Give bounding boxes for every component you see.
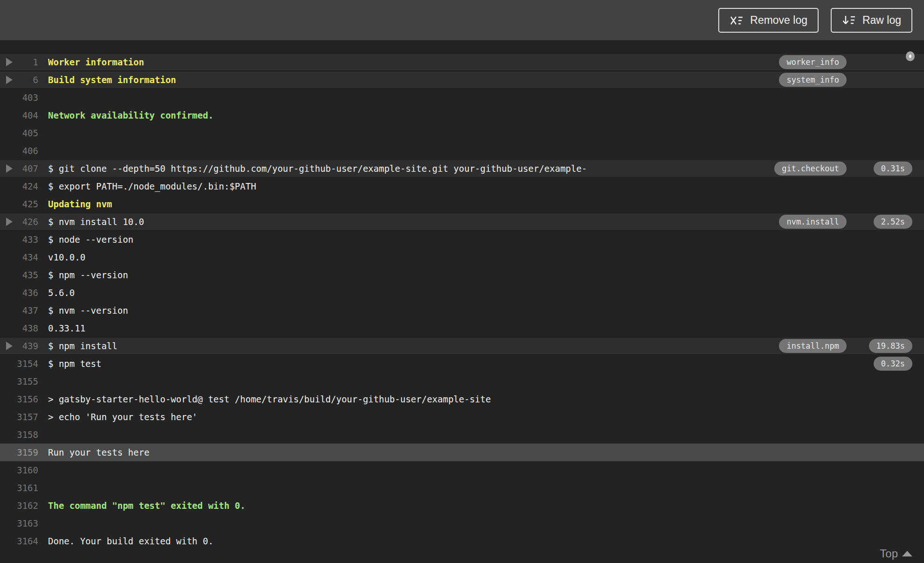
log-text: 0.33.11: [48, 323, 85, 333]
log-row: 3163: [0, 514, 924, 532]
line-number[interactable]: 3162: [0, 497, 38, 514]
log-text: $ node --version: [48, 234, 133, 245]
log-row: 3162The command "npm test" exited with 0…: [0, 497, 924, 514]
log-text: $ nvm --version: [48, 305, 128, 316]
log-row[interactable]: 407$ git clone --depth=50 https://github…: [0, 160, 924, 177]
duration-badge: 19.83s: [869, 339, 912, 353]
log-text: $ export PATH=./node_modules/.bin:$PATH: [48, 181, 256, 191]
remove-log-label: Remove log: [750, 14, 807, 27]
line-number[interactable]: 424: [0, 177, 38, 195]
log-toolbar: Remove log Raw log: [0, 0, 924, 40]
line-number[interactable]: 433: [0, 231, 38, 248]
line-number[interactable]: 3154: [0, 355, 38, 373]
log-row: 3157> echo 'Run your tests here': [0, 408, 924, 426]
line-number[interactable]: 404: [0, 106, 38, 124]
log-row: 3160: [0, 461, 924, 479]
log-text: $ npm test: [48, 359, 101, 369]
stage-badge: install.npm: [779, 339, 847, 353]
duration-badge: 0.32s: [874, 357, 912, 371]
line-number[interactable]: 3158: [0, 426, 38, 443]
log-row: 433$ node --version: [0, 231, 924, 248]
log-row[interactable]: 426$ nvm install 10.0nvm.install2.52s: [0, 213, 924, 231]
log-row: 403: [0, 89, 924, 106]
raw-log-icon: [842, 15, 856, 26]
log-row: 425Updating nvm: [0, 195, 924, 213]
top-link[interactable]: Top: [880, 547, 912, 560]
log-text: Done. Your build exited with 0.: [48, 536, 214, 546]
line-number[interactable]: 438: [0, 319, 38, 337]
line-number[interactable]: 403: [0, 89, 38, 106]
raw-log-label: Raw log: [862, 14, 901, 27]
log-row: 3158: [0, 426, 924, 443]
log-row: 4365.6.0: [0, 284, 924, 302]
log-row: 3154$ npm test0.32s: [0, 355, 924, 373]
log-row: 404Network availability confirmed.: [0, 106, 924, 124]
log-text: Build system information: [48, 75, 176, 85]
log-row: 3155: [0, 373, 924, 390]
line-number[interactable]: 437: [0, 302, 38, 319]
duration-badge: 0.31s: [874, 162, 912, 176]
line-number[interactable]: 3156: [0, 390, 38, 408]
log-lines: 1Worker informationworker_info6Build sys…: [0, 53, 924, 550]
line-number[interactable]: 3160: [0, 461, 38, 479]
line-number[interactable]: 3155: [0, 373, 38, 390]
line-number[interactable]: 436: [0, 284, 38, 302]
log-row: 434v10.0.0: [0, 248, 924, 266]
line-number[interactable]: 425: [0, 195, 38, 213]
line-number[interactable]: 3159: [0, 443, 38, 461]
log-row: 4380.33.11: [0, 319, 924, 337]
log-row: 424$ export PATH=./node_modules/.bin:$PA…: [0, 177, 924, 195]
line-number[interactable]: 434: [0, 248, 38, 266]
line-number[interactable]: 406: [0, 142, 38, 160]
log-text: $ npm --version: [48, 270, 128, 280]
remove-log-button[interactable]: Remove log: [718, 8, 819, 33]
log-text: $ nvm install 10.0: [48, 217, 144, 227]
stage-badge: git.checkout: [774, 162, 847, 176]
remove-log-icon: [729, 15, 743, 26]
stage-badge: system_info: [779, 73, 847, 87]
line-number[interactable]: 3157: [0, 408, 38, 426]
line-number[interactable]: 3163: [0, 514, 38, 532]
raw-log-button[interactable]: Raw log: [831, 8, 912, 33]
log-row[interactable]: 6Build system informationsystem_info: [0, 71, 924, 89]
log-row: 437$ nvm --version: [0, 302, 924, 319]
stage-badge: worker_info: [779, 55, 847, 69]
fold-toggle-icon[interactable]: [6, 218, 13, 226]
top-link-label: Top: [880, 547, 898, 560]
log-text: Network availability confirmed.: [48, 110, 214, 120]
log-text: v10.0.0: [48, 252, 85, 262]
log-row: 405: [0, 124, 924, 142]
log-text: 5.6.0: [48, 288, 75, 298]
line-number[interactable]: 405: [0, 124, 38, 142]
log-text: > gatsby-starter-hello-world@ test /home…: [48, 394, 491, 404]
fold-toggle-icon[interactable]: [6, 164, 13, 173]
fold-toggle-icon[interactable]: [6, 58, 13, 66]
up-arrow-icon: [902, 551, 912, 556]
log-row[interactable]: 439$ npm installinstall.npm19.83s: [0, 337, 924, 355]
log-text: > echo 'Run your tests here': [48, 412, 197, 422]
log-row: 406: [0, 142, 924, 160]
log-row: 3159Run your tests here: [0, 443, 924, 461]
log-text: The command "npm test" exited with 0.: [48, 500, 245, 511]
log-text: Run your tests here: [48, 447, 149, 457]
log-text: Worker information: [48, 57, 144, 67]
line-number[interactable]: 435: [0, 266, 38, 284]
log-row[interactable]: 1Worker informationworker_info: [0, 53, 924, 71]
log-text: Updating nvm: [48, 199, 112, 209]
log-text: $ npm install: [48, 341, 118, 351]
log-text: $ git clone --depth=50 https://github.co…: [48, 163, 587, 174]
line-number[interactable]: 3164: [0, 532, 38, 550]
log-row: 3164Done. Your build exited with 0.: [0, 532, 924, 550]
log-row: 435$ npm --version: [0, 266, 924, 284]
stage-badge: nvm.install: [779, 215, 847, 229]
build-log: 1Worker informationworker_info6Build sys…: [0, 40, 924, 563]
duration-badge: 2.52s: [874, 215, 912, 229]
line-number[interactable]: 3161: [0, 479, 38, 497]
log-row: 3161: [0, 479, 924, 497]
fold-toggle-icon[interactable]: [6, 342, 13, 350]
scroll-indicator[interactable]: [906, 51, 915, 61]
fold-toggle-icon[interactable]: [6, 76, 13, 84]
log-row: 3156> gatsby-starter-hello-world@ test /…: [0, 390, 924, 408]
